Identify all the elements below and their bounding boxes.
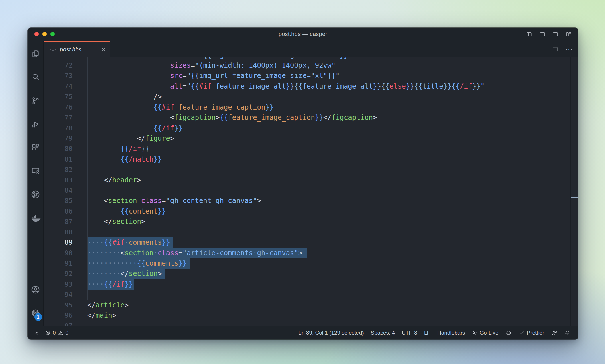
sidebar-item-source-control[interactable] — [28, 89, 44, 112]
sidebar-item-extensions[interactable] — [28, 136, 44, 159]
line-number: 81 — [44, 154, 72, 165]
code-line[interactable]: 93····{{/if}} — [44, 279, 578, 290]
feedback-icon — [551, 330, 557, 336]
titlebar[interactable]: post.hbs — casper — [28, 28, 578, 41]
files-icon — [31, 49, 40, 58]
tab-label: post.hbs — [60, 46, 82, 53]
remote-explorer-icon — [31, 166, 40, 176]
line-number: 82 — [44, 164, 72, 175]
line-number: 95 — [44, 300, 72, 311]
code-line[interactable]: 76 {{#if feature_image_caption}} — [44, 102, 578, 113]
toggle-secondary-sidebar-icon[interactable] — [552, 31, 559, 37]
line-number: 94 — [44, 289, 72, 300]
line-number: 91 — [44, 258, 72, 269]
code-line[interactable]: 79 </figure> — [44, 133, 578, 144]
toggle-primary-sidebar-icon[interactable] — [526, 31, 532, 37]
code-line[interactable]: 91············{{comments}} — [44, 258, 578, 269]
line-number: 73 — [44, 71, 72, 81]
line-number: 96 — [44, 310, 72, 321]
code-line[interactable]: 74 alt="{{#if feature_image_alt}}{{featu… — [44, 81, 578, 92]
sidebar-item-remote-explorer[interactable] — [28, 159, 44, 183]
line-number: 83 — [44, 175, 72, 186]
extensions-icon — [31, 143, 40, 152]
circled-graph-icon — [31, 190, 40, 199]
code-line[interactable]: 95</article> — [44, 300, 578, 311]
tab-post-hbs[interactable]: post.hbs ✕ — [44, 41, 110, 57]
code-line[interactable]: 81 {{/match}} — [44, 154, 578, 165]
account-button[interactable] — [28, 278, 44, 301]
remote-indicator[interactable] — [31, 330, 42, 336]
handlebars-icon — [49, 47, 57, 52]
code-line[interactable]: 77 <figcaption>{{feature_image_caption}}… — [44, 112, 578, 123]
warnings-count: 0 — [66, 330, 69, 336]
line-number: 93 — [44, 279, 72, 290]
debug-icon — [31, 120, 40, 129]
code-line[interactable]: 88 — [44, 227, 578, 238]
errors-count: 0 — [53, 330, 56, 336]
line-number: 72 — [44, 60, 72, 71]
code-line[interactable]: 75 /> — [44, 92, 578, 102]
code-line[interactable]: 89····{{#if·comments}} — [44, 237, 578, 248]
line-number: 78 — [44, 123, 72, 134]
cursor-position[interactable]: Ln 89, Col 1 (129 selected) — [296, 330, 366, 336]
line-number: 86 — [44, 206, 72, 217]
settings-button[interactable]: 1 — [28, 301, 44, 325]
vscode-window: post.hbs — casper — [28, 28, 578, 339]
sidebar-item-run-debug[interactable] — [28, 112, 44, 136]
eol-sequence[interactable]: LF — [422, 330, 433, 336]
code-line[interactable]: 82 — [44, 164, 578, 175]
code-editor[interactable]: 71 {{img_url feature_image size="xl"}} 2… — [44, 57, 578, 326]
go-live[interactable]: Go Live — [470, 330, 500, 336]
window-title: post.hbs — casper — [28, 31, 578, 37]
code-line[interactable]: 73 src="{{img_url feature_image size="xl… — [44, 71, 578, 81]
indentation[interactable]: Spaces: 4 — [368, 330, 397, 336]
line-number: 71 — [44, 57, 72, 61]
sidebar-item-explorer[interactable] — [28, 42, 44, 65]
desktop-wallpaper: post.hbs — casper — [0, 0, 605, 364]
close-tab-icon[interactable]: ✕ — [101, 47, 105, 52]
code-line[interactable]: 92········</section> — [44, 268, 578, 279]
code-line[interactable]: 85 <section class="gh-content gh-canvas"… — [44, 196, 578, 206]
code-line[interactable]: 86 {{content}} — [44, 206, 578, 217]
sidebar-item-version-graph[interactable] — [28, 183, 44, 206]
broadcast-icon — [472, 330, 478, 336]
problems-indicator[interactable]: 0 0 — [43, 330, 71, 336]
line-number: 87 — [44, 216, 72, 227]
remote-indicator-icon — [33, 330, 39, 336]
language-mode[interactable]: Handlebars — [435, 330, 467, 336]
status-bar: 0 0 Ln 89, Col 1 (129 selected) Spaces: … — [28, 326, 578, 339]
line-number: 79 — [44, 133, 72, 144]
double-check-icon — [519, 330, 525, 336]
line-number: 76 — [44, 102, 72, 113]
line-number: 92 — [44, 268, 72, 279]
feedback[interactable] — [549, 330, 560, 336]
code-line[interactable]: 96</main> — [44, 310, 578, 321]
docker-icon — [30, 213, 41, 223]
encoding[interactable]: UTF-8 — [399, 330, 419, 336]
sidebar-item-docker[interactable] — [28, 206, 44, 230]
split-editor-icon[interactable] — [552, 46, 558, 52]
code-line[interactable]: 97 — [44, 321, 578, 326]
layout-controls — [526, 28, 572, 41]
prettier-status[interactable]: Prettier — [516, 330, 547, 336]
code-line[interactable]: 94 — [44, 289, 578, 300]
customize-layout-icon[interactable] — [565, 31, 572, 37]
copilot-icon — [505, 330, 512, 336]
tab-bar: post.hbs ✕ ⋯ — [44, 41, 578, 57]
code-line[interactable]: 87 </section> — [44, 216, 578, 227]
search-icon — [31, 73, 40, 82]
code-line[interactable]: 83 </header> — [44, 175, 578, 186]
errors-icon — [45, 330, 51, 336]
code-line[interactable]: 80 {{/if}} — [44, 144, 578, 154]
more-actions-icon[interactable]: ⋯ — [565, 45, 573, 53]
code-line[interactable]: 84 — [44, 185, 578, 196]
code-line[interactable]: 78 {{/if}} — [44, 123, 578, 134]
line-number: 90 — [44, 248, 72, 258]
notifications[interactable] — [562, 330, 573, 336]
code-line[interactable]: 90········<section·class="article-commen… — [44, 248, 578, 258]
sidebar-item-search[interactable] — [28, 65, 44, 89]
code-line[interactable]: 72 sizes="(min-width: 1400px) 1400px, 92… — [44, 60, 578, 71]
toggle-panel-icon[interactable] — [539, 31, 545, 37]
copilot-status[interactable] — [503, 330, 514, 336]
code-line[interactable]: 71 {{img_url feature_image size="xl"}} 2… — [44, 57, 578, 61]
